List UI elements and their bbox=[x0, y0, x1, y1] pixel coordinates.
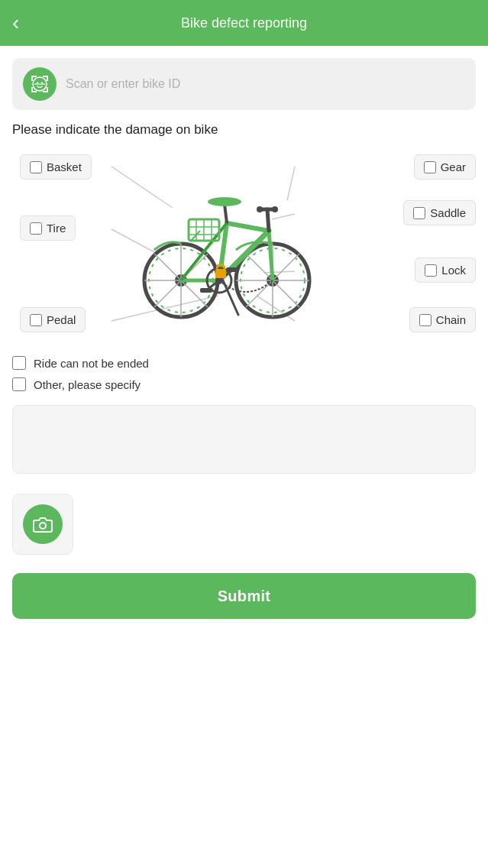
chain-label-text: Chain bbox=[436, 313, 466, 326]
svg-point-10 bbox=[37, 82, 38, 83]
svg-rect-56 bbox=[200, 288, 212, 293]
svg-point-11 bbox=[41, 82, 43, 83]
photo-upload-button[interactable] bbox=[12, 494, 73, 555]
svg-line-42 bbox=[227, 223, 269, 231]
svg-line-47 bbox=[267, 209, 269, 231]
svg-point-68 bbox=[40, 523, 46, 529]
ride-cannot-end-row[interactable]: Ride can not be ended bbox=[12, 356, 476, 370]
svg-line-65 bbox=[191, 231, 200, 241]
tire-label-text: Tire bbox=[47, 222, 66, 235]
bike-diagram: Basket Gear Tire Saddle Lock Pedal Chain bbox=[12, 147, 476, 345]
basket-checkbox[interactable] bbox=[30, 161, 42, 173]
other-specify-row[interactable]: Other, please specify bbox=[12, 377, 476, 391]
svg-line-38 bbox=[273, 254, 299, 280]
svg-rect-5 bbox=[31, 87, 33, 92]
gear-checkbox-label[interactable]: Gear bbox=[414, 154, 476, 180]
saddle-checkbox-label[interactable]: Saddle bbox=[403, 200, 476, 225]
svg-rect-8 bbox=[34, 83, 45, 85]
gear-checkbox[interactable] bbox=[424, 161, 436, 173]
other-specify-checkbox[interactable] bbox=[12, 377, 26, 391]
chain-checkbox-label[interactable]: Chain bbox=[409, 307, 476, 332]
saddle-label-text: Saddle bbox=[430, 206, 466, 219]
svg-line-40 bbox=[273, 280, 299, 307]
pedal-checkbox[interactable] bbox=[30, 314, 42, 326]
lock-checkbox-label[interactable]: Lock bbox=[415, 257, 476, 283]
svg-line-37 bbox=[246, 254, 273, 280]
ride-cannot-end-checkbox[interactable] bbox=[12, 356, 26, 370]
camera-icon bbox=[23, 504, 63, 544]
other-specify-textarea[interactable] bbox=[12, 405, 476, 474]
chain-checkbox[interactable] bbox=[419, 314, 431, 326]
tire-checkbox-label[interactable]: Tire bbox=[20, 215, 76, 241]
svg-point-49 bbox=[257, 206, 263, 212]
page-title: Bike defect reporting bbox=[181, 15, 307, 31]
svg-point-52 bbox=[208, 197, 241, 206]
svg-line-31 bbox=[154, 280, 181, 307]
saddle-checkbox[interactable] bbox=[413, 207, 425, 219]
svg-point-50 bbox=[272, 206, 278, 212]
gear-label-text: Gear bbox=[441, 160, 466, 173]
lock-checkbox[interactable] bbox=[425, 264, 437, 277]
back-button[interactable]: ‹ bbox=[12, 12, 19, 34]
app-header: ‹ Bike defect reporting bbox=[0, 0, 488, 46]
ride-cannot-end-label: Ride can not be ended bbox=[34, 357, 149, 370]
basket-checkbox-label[interactable]: Basket bbox=[20, 154, 92, 180]
svg-line-51 bbox=[225, 204, 227, 223]
scan-bar[interactable]: Scan or enter bike ID bbox=[12, 58, 476, 110]
pedal-label-text: Pedal bbox=[47, 313, 76, 326]
other-specify-label: Other, please specify bbox=[34, 378, 141, 391]
scan-icon bbox=[23, 67, 57, 101]
pedal-checkbox-label[interactable]: Pedal bbox=[20, 307, 86, 332]
options-area: Ride can not be ended Other, please spec… bbox=[12, 356, 476, 391]
svg-line-29 bbox=[154, 254, 181, 280]
lock-label-text: Lock bbox=[441, 264, 466, 277]
basket-label-text: Basket bbox=[47, 160, 82, 173]
scan-placeholder: Scan or enter bike ID bbox=[66, 77, 180, 91]
svg-line-46 bbox=[269, 231, 273, 280]
bike-illustration bbox=[139, 162, 315, 322]
svg-line-32 bbox=[181, 280, 208, 307]
svg-rect-7 bbox=[47, 87, 48, 92]
instruction-text: Please indicate the damage on bike bbox=[12, 122, 476, 138]
submit-button[interactable]: Submit bbox=[12, 573, 476, 619]
svg-rect-58 bbox=[226, 267, 238, 272]
svg-rect-1 bbox=[31, 76, 33, 81]
tire-checkbox[interactable] bbox=[30, 222, 42, 235]
svg-rect-3 bbox=[47, 76, 48, 81]
svg-rect-66 bbox=[215, 269, 226, 278]
